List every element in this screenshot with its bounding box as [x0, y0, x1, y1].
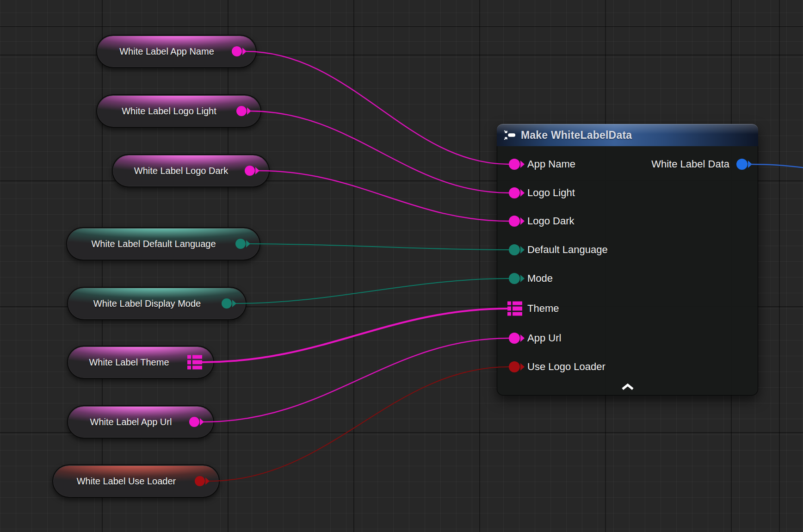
pin-label: Use Logo Loader [527, 359, 605, 375]
chevron-up-icon [621, 384, 635, 390]
node-header[interactable]: Make WhiteLabelData [497, 124, 758, 146]
input-pin[interactable] [509, 244, 525, 255]
pin-row-default-language: Default Language [497, 241, 758, 258]
output-pin[interactable] [236, 106, 251, 116]
output-pin[interactable] [736, 159, 752, 170]
pin-row-mode: Mode [497, 270, 758, 287]
wire-logo-light [250, 111, 509, 193]
output-pin[interactable] [189, 417, 204, 427]
output-pin[interactable] [232, 46, 247, 56]
input-pin[interactable] [509, 361, 525, 372]
getter-label: White Label Default Language [67, 239, 259, 249]
getter-node-logo-dark[interactable]: White Label Logo Dark [112, 154, 270, 187]
wire-logo-dark [259, 171, 509, 221]
pin-label: App Name [527, 156, 575, 173]
wire-default-language [250, 244, 509, 250]
pin-row-logo-light: Logo Light [497, 185, 758, 201]
input-pin[interactable] [509, 159, 525, 170]
getter-node-default-language[interactable]: White Label Default Language [66, 227, 260, 260]
getter-node-logo-light[interactable]: White Label Logo Light [96, 94, 261, 128]
wire-display-mode [236, 278, 509, 303]
pin-label: Theme [527, 300, 559, 317]
struct-grid-icon[interactable] [507, 302, 523, 316]
node-title: Make WhiteLabelData [521, 129, 632, 142]
pin-label: White Label Data [651, 156, 729, 173]
output-pin[interactable] [235, 239, 250, 249]
output-pin[interactable] [245, 166, 259, 176]
wire-app-url [204, 338, 509, 422]
output-pin[interactable] [195, 476, 210, 486]
pin-row-logo-dark: Logo Dark [497, 213, 758, 229]
make-whitelabeldata-node[interactable]: Make WhiteLabelData App Name Logo Light … [497, 124, 758, 396]
pin-label: Logo Light [527, 185, 575, 201]
input-pin[interactable] [509, 333, 525, 344]
pin-label: Default Language [527, 241, 608, 258]
struct-grid-icon[interactable] [187, 355, 203, 370]
getter-node-display-mode[interactable]: White Label Display Mode [67, 287, 247, 320]
wire-use-loader [209, 367, 509, 481]
getter-node-use-loader[interactable]: White Label Use Loader [52, 464, 220, 498]
getter-node-app-name[interactable]: White Label App Name [96, 35, 257, 68]
pin-label: App Url [527, 330, 561, 346]
make-struct-icon [503, 130, 516, 141]
pin-label: Mode [527, 270, 553, 287]
output-pin[interactable] [222, 298, 236, 309]
blueprint-canvas[interactable]: White Label App Name White Label Logo Li… [0, 0, 803, 532]
getter-label: White Label Use Loader [53, 476, 219, 487]
getter-node-app-url[interactable]: White Label App Url [67, 405, 214, 439]
pin-row-use-logo-loader: Use Logo Loader [497, 359, 758, 375]
getter-label: White Label Display Mode [68, 298, 246, 309]
wire-app-name [245, 51, 509, 164]
wire-theme [202, 309, 509, 362]
pin-label: Logo Dark [527, 213, 574, 229]
getter-node-theme[interactable]: White Label Theme [67, 346, 214, 379]
collapse-node-button[interactable] [618, 382, 638, 392]
pin-row-app-url: App Url [497, 330, 758, 346]
input-pin[interactable] [509, 187, 525, 198]
pin-row-theme: Theme [497, 300, 758, 317]
input-pin[interactable] [509, 216, 525, 227]
input-pin[interactable] [509, 273, 525, 284]
